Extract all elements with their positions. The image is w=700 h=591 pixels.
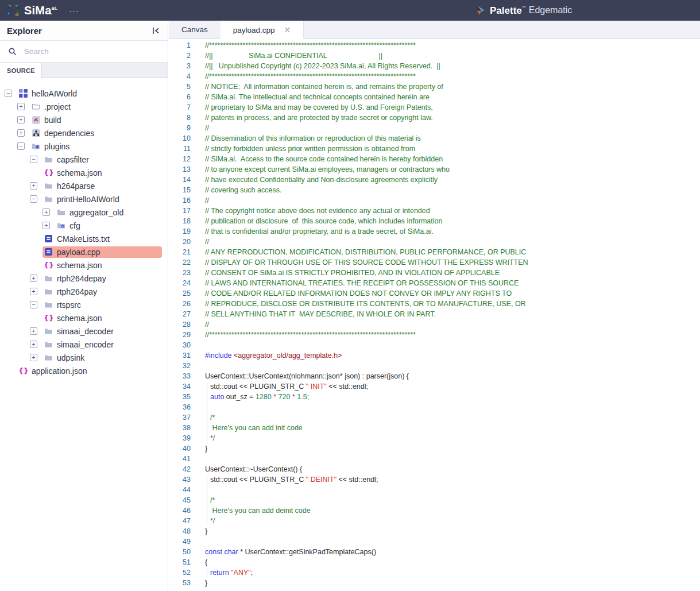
tree-item-rtph264pay[interactable]: +rtph264pay [0, 285, 168, 298]
tree-item-content[interactable]: udpsink [42, 352, 162, 364]
tree-item-content[interactable]: build [30, 114, 162, 126]
expand-node-icon[interactable]: + [42, 222, 50, 229]
tree-item-content[interactable]: aggregator_old [55, 207, 162, 218]
tree-item-dependencies[interactable]: +dependencies [0, 126, 168, 140]
tree-item-payload-cpp[interactable]: payload.cpp [0, 245, 168, 258]
code-line[interactable]: 34std::cout << PLUGIN_STR_C " INIT" << s… [169, 381, 700, 392]
expand-node-icon[interactable]: + [30, 354, 37, 361]
tree-item-content[interactable]: printHelloAIWorld [42, 194, 162, 205]
tree-item-content[interactable]: plugins [30, 141, 162, 152]
code-line[interactable]: 38 Here's you can add init code [169, 423, 700, 433]
more-menu-icon[interactable]: ··· [69, 6, 79, 15]
expand-node-icon[interactable]: + [17, 129, 25, 137]
code-line[interactable]: 11// strictly forbidden unless prior wri… [169, 144, 700, 154]
code-line[interactable]: 47*/ [169, 516, 700, 526]
tree-item-content[interactable]: {}application.json [17, 365, 162, 377]
code-line[interactable]: 49 [169, 536, 700, 547]
tree-item-plugins[interactable]: −plugins [0, 140, 168, 153]
collapse-node-icon[interactable]: − [30, 301, 37, 308]
tree-item-content[interactable]: {}schema.json [42, 260, 162, 271]
tree-item-content[interactable]: {}schema.json [42, 312, 162, 324]
code-line[interactable]: 44 [169, 485, 700, 495]
code-editor[interactable]: 1//*************************************… [169, 39, 700, 591]
code-line[interactable]: 20// [169, 237, 700, 247]
tree-item-cmakelists-txt[interactable]: CMakeLists.txt [0, 232, 168, 245]
code-line[interactable]: 4//*************************************… [169, 71, 700, 82]
tree-item-helloaiworld[interactable]: −helloAIWorld [0, 87, 168, 100]
tree-item-rtph264depay[interactable]: +rtph264depay [0, 272, 168, 285]
code-line[interactable]: 36 [169, 402, 700, 412]
code-line[interactable]: 35auto out_sz = 1280 * 720 * 1.5; [169, 392, 700, 402]
expand-node-icon[interactable]: + [30, 327, 37, 335]
expand-node-icon[interactable]: + [30, 275, 37, 282]
code-line[interactable]: 10// Dissemination of this information o… [169, 133, 700, 144]
code-line[interactable]: 29//************************************… [169, 330, 700, 340]
tree-item-content[interactable]: rtspsrc [42, 299, 162, 311]
code-line[interactable]: 8// patents in process, and are protecte… [169, 113, 700, 123]
expand-node-icon[interactable]: + [42, 208, 50, 216]
tree-item-cfg[interactable]: +cfg [0, 219, 168, 232]
tree-item-content[interactable]: dependencies [30, 128, 162, 139]
code-line[interactable]: 28// [169, 319, 700, 330]
tree-item-schema-json[interactable]: {}schema.json [0, 166, 168, 179]
code-line[interactable]: 39*/ [169, 433, 700, 443]
code-line[interactable]: 2//|| SiMa.ai CONFIDENTIAL || [169, 51, 700, 61]
tree-item-schema-json[interactable]: {}schema.json [0, 311, 168, 325]
tree-item-schema-json[interactable]: {}schema.json [0, 258, 168, 272]
tree-item-content[interactable]: {}schema.json [42, 167, 162, 179]
code-line[interactable]: 42UserContext::~UserContext() { [169, 464, 700, 474]
tree-item-content[interactable]: rtph264pay [42, 286, 162, 298]
tree-item--project[interactable]: +.project [0, 100, 168, 113]
code-line[interactable]: 6// SiMa.ai. The intellectual and techni… [169, 92, 700, 102]
code-line[interactable]: 1//*************************************… [169, 40, 700, 51]
code-line[interactable]: 15// covering such access. [169, 185, 700, 195]
code-line[interactable]: 46 Here's you can add deinit code [169, 505, 700, 516]
expand-node-icon[interactable]: + [17, 103, 25, 110]
expand-node-icon[interactable]: + [30, 288, 37, 295]
tab-payload-cpp[interactable]: payload.cpp✕ [221, 21, 304, 39]
code-line[interactable]: 32 [169, 361, 700, 371]
tree-item-simaai-encoder[interactable]: +simaai_encoder [0, 338, 168, 351]
tree-item-content[interactable]: .project [30, 101, 162, 113]
tree-item-content[interactable]: simaai_decoder [42, 326, 162, 337]
tree-item-capsfilter[interactable]: −capsfilter [0, 153, 168, 166]
collapse-node-icon[interactable]: − [30, 195, 37, 203]
tree-item-content[interactable]: simaai_encoder [42, 339, 162, 350]
tree-item-content[interactable]: capsfilter [42, 154, 162, 165]
code-line[interactable]: 12// SiMa.ai. Access to the source code … [169, 154, 700, 164]
code-line[interactable]: 40} [169, 443, 700, 454]
tree-item-build[interactable]: +build [0, 113, 168, 126]
code-line[interactable]: 27// SELL ANYTHING THAT IT MAY DESCRIBE,… [169, 309, 700, 319]
code-line[interactable]: 13// to anyone except current SiMa.ai em… [169, 164, 700, 175]
code-line[interactable]: 31#include <aggregator_old/agg_template.… [169, 350, 700, 361]
code-line[interactable]: 14// have executed Confidentiality and N… [169, 175, 700, 185]
code-line[interactable]: 24// LAWS AND INTERNATIONAL TREATIES. TH… [169, 278, 700, 288]
code-line[interactable]: 41 [169, 454, 700, 464]
tree-item-application-json[interactable]: {}application.json [0, 364, 168, 377]
tree-item-content[interactable]: CMakeLists.txt [42, 233, 162, 245]
expand-node-icon[interactable]: + [30, 182, 37, 190]
code-line[interactable]: 53} [169, 578, 700, 588]
code-line[interactable]: 3//|| Unpublished Copyright (c) 2022-202… [169, 61, 700, 71]
code-line[interactable]: 45/* [169, 495, 700, 505]
code-line[interactable]: 25// CODE AND/OR RELATED INFORMATION DOE… [169, 288, 700, 299]
code-line[interactable]: 26// REPRODUCE, DISCLOSE OR DISTRIBUTE I… [169, 299, 700, 309]
code-line[interactable]: 51{ [169, 557, 700, 567]
search-input[interactable] [23, 47, 160, 56]
tree-item-selected-highlight[interactable]: payload.cpp [42, 246, 162, 258]
code-line[interactable]: 7// proprietary to SiMa and may be cover… [169, 102, 700, 113]
tree-item-content[interactable]: rtph264depay [42, 273, 162, 284]
code-line[interactable]: 30 [169, 340, 700, 350]
code-line[interactable]: 33UserContext::UserContext(nlohmann::jso… [169, 371, 700, 381]
code-line[interactable]: 48} [169, 526, 700, 536]
collapse-node-icon[interactable]: − [17, 142, 25, 150]
code-line[interactable]: 18// publication or disclosure of this s… [169, 216, 700, 226]
code-line[interactable]: 5// NOTICE: All information contained he… [169, 82, 700, 92]
code-line[interactable]: 43std::cout << PLUGIN_STR_C " DEINIT" <<… [169, 474, 700, 485]
code-line[interactable]: 17// The copyright notice above does not… [169, 206, 700, 216]
tree-item-aggregator-old[interactable]: +aggregator_old [0, 206, 168, 219]
tree-item-content[interactable]: cfg [55, 220, 162, 231]
code-line[interactable]: 9// [169, 123, 700, 133]
tree-item-printhelloaiworld[interactable]: −printHelloAIWorld [0, 192, 168, 206]
tree-item-rtspsrc[interactable]: −rtspsrc [0, 298, 168, 311]
